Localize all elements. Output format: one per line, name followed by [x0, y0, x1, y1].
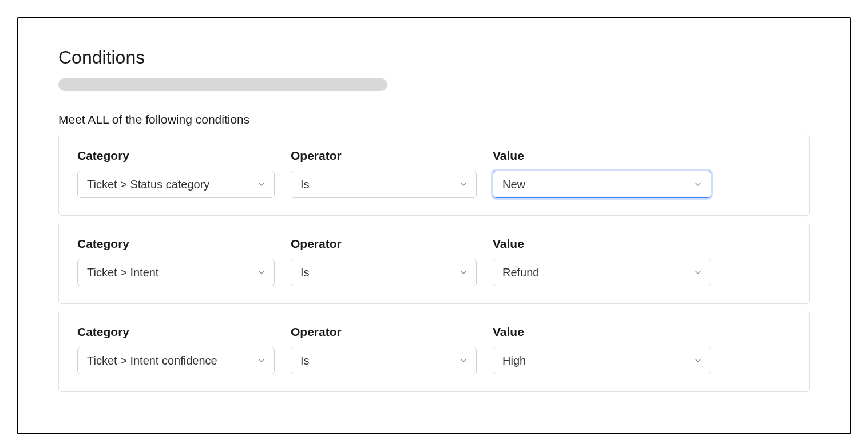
value-label: Value	[493, 237, 711, 251]
category-label: Category	[77, 325, 275, 339]
category-select-value: Ticket > Status category	[87, 178, 209, 191]
chevron-down-icon	[693, 268, 703, 277]
conditions-subtitle: Meet ALL of the following conditions	[58, 113, 810, 126]
operator-select[interactable]: Is	[291, 171, 477, 198]
operator-label: Operator	[291, 325, 477, 339]
chevron-down-icon	[257, 180, 266, 189]
value-column: ValueHigh	[493, 325, 711, 374]
value-column: ValueNew	[493, 149, 711, 198]
operator-column: OperatorIs	[291, 149, 477, 198]
category-select[interactable]: Ticket > Intent confidence	[77, 347, 275, 374]
category-select-value: Ticket > Intent confidence	[87, 354, 217, 367]
category-label: Category	[77, 237, 275, 251]
operator-select-value: Is	[300, 354, 310, 367]
chevron-down-icon	[693, 180, 703, 189]
category-select[interactable]: Ticket > Intent	[77, 259, 275, 286]
condition-row: CategoryTicket > Intent confidenceOperat…	[58, 311, 810, 392]
value-label: Value	[493, 149, 711, 163]
category-column: CategoryTicket > Status category	[77, 149, 275, 198]
value-select-value: High	[502, 354, 526, 367]
chevron-down-icon	[459, 356, 468, 365]
value-column: ValueRefund	[493, 237, 711, 286]
category-column: CategoryTicket > Intent confidence	[77, 325, 275, 374]
value-select-value: New	[502, 178, 525, 191]
chevron-down-icon	[257, 356, 266, 365]
placeholder-bar	[58, 78, 387, 91]
value-label: Value	[493, 325, 711, 339]
category-column: CategoryTicket > Intent	[77, 237, 275, 286]
conditions-panel: Conditions Meet ALL of the following con…	[17, 17, 851, 434]
value-select[interactable]: New	[493, 171, 711, 198]
operator-label: Operator	[291, 149, 477, 163]
page-title: Conditions	[58, 47, 810, 68]
condition-row: CategoryTicket > IntentOperatorIsValueRe…	[58, 223, 810, 304]
conditions-container: CategoryTicket > Status categoryOperator…	[58, 135, 810, 392]
value-select[interactable]: Refund	[493, 259, 711, 286]
condition-row: CategoryTicket > Status categoryOperator…	[58, 135, 810, 216]
operator-column: OperatorIs	[291, 325, 477, 374]
operator-select-value: Is	[300, 266, 310, 279]
category-select-value: Ticket > Intent	[87, 266, 158, 279]
chevron-down-icon	[257, 268, 266, 277]
operator-label: Operator	[291, 237, 477, 251]
operator-column: OperatorIs	[291, 237, 477, 286]
chevron-down-icon	[459, 268, 468, 277]
operator-select[interactable]: Is	[291, 347, 477, 374]
operator-select[interactable]: Is	[291, 259, 477, 286]
category-select[interactable]: Ticket > Status category	[77, 171, 275, 198]
chevron-down-icon	[459, 180, 468, 189]
value-select-value: Refund	[502, 266, 540, 279]
category-label: Category	[77, 149, 275, 163]
chevron-down-icon	[693, 356, 703, 365]
value-select[interactable]: High	[493, 347, 711, 374]
operator-select-value: Is	[300, 178, 310, 191]
